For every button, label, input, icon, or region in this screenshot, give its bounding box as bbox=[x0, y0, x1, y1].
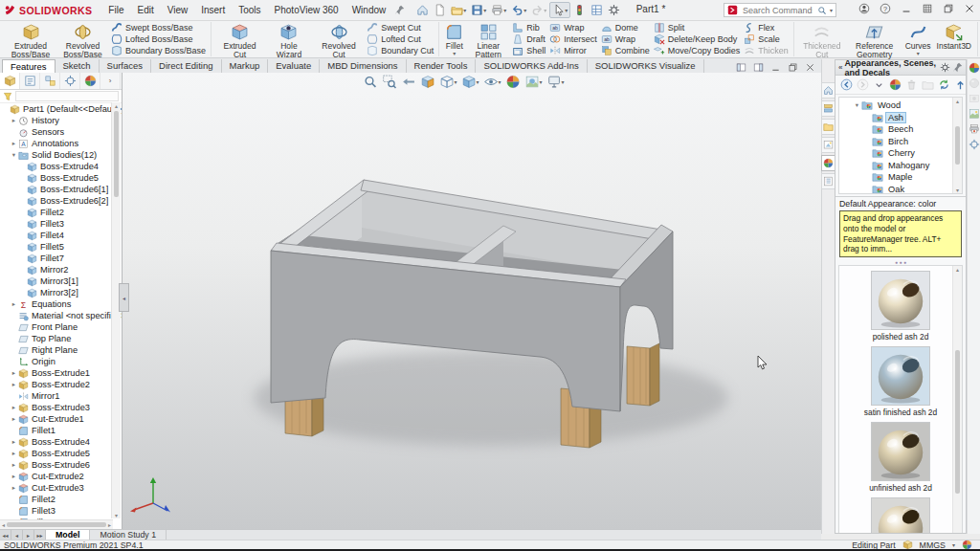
menu-tools[interactable]: Tools bbox=[232, 5, 267, 15]
linear-pattern-button[interactable]: Linear Pattern▾ bbox=[466, 22, 510, 56]
menu-insert[interactable]: Insert bbox=[194, 5, 232, 15]
tab-motion-study-1[interactable]: Motion Study 1 bbox=[90, 530, 167, 540]
tab-solidworks-add-ins[interactable]: SOLIDWORKS Add-Ins bbox=[476, 59, 587, 73]
tree-item-fillet4[interactable]: Fillet4 bbox=[0, 230, 122, 241]
tree-item-annotations[interactable]: ▸AAnnotations bbox=[0, 138, 122, 149]
doc-close-button[interactable] bbox=[805, 62, 815, 73]
tree-item-history[interactable]: ▸History bbox=[0, 115, 122, 126]
tree-item-cut-extrude2[interactable]: ▸Cut-Extrude2 bbox=[0, 471, 122, 482]
tree-item-fillet5[interactable]: Fillet5 bbox=[0, 241, 122, 253]
boundary-cut-button[interactable]: Boundary Cut bbox=[367, 45, 434, 56]
tree-item-fillet1[interactable]: Fillet1 bbox=[0, 425, 122, 436]
pane-left-icon[interactable] bbox=[736, 62, 746, 73]
extruded-boss-base-button[interactable]: Extruded Boss/Base bbox=[5, 22, 56, 56]
revolved-cut-button[interactable]: Revolved Cut bbox=[313, 22, 365, 56]
swept-cut-button[interactable]: Swept Cut bbox=[367, 22, 434, 33]
print-button[interactable]: ▾ bbox=[489, 3, 508, 17]
back-icon[interactable] bbox=[840, 78, 853, 91]
section-view-button[interactable] bbox=[421, 75, 435, 89]
tree-item-front-plane[interactable]: Front Plane bbox=[0, 321, 122, 333]
search-commands-input[interactable] bbox=[741, 5, 814, 16]
search-icon[interactable] bbox=[817, 6, 827, 15]
tab-scroll-2[interactable]: ▸ bbox=[23, 530, 34, 540]
tree-item-mirror3-2[interactable]: Mirror3[2] bbox=[0, 287, 122, 298]
intersect-button[interactable]: Intersect bbox=[549, 33, 597, 45]
tree-item-boss-extrude6[interactable]: ▸Boss-Extrude6 bbox=[0, 459, 122, 471]
edit-appearance-button[interactable] bbox=[506, 75, 521, 89]
tab-scroll-1[interactable]: ◂ bbox=[11, 530, 23, 540]
close-button[interactable] bbox=[964, 3, 975, 14]
tab-model[interactable]: Model bbox=[46, 530, 90, 540]
appearances-tab[interactable] bbox=[821, 155, 835, 171]
file-explorer-tab[interactable] bbox=[821, 119, 835, 135]
tree-item-fillet7[interactable]: Fillet7 bbox=[0, 253, 122, 264]
menu-edit[interactable]: Edit bbox=[130, 5, 160, 15]
tree-item-mirror2[interactable]: Mirror2 bbox=[0, 264, 122, 276]
tab-surfaces[interactable]: Surfaces bbox=[100, 59, 152, 73]
mirror-button[interactable]: Mirror bbox=[549, 45, 597, 56]
view-orientation-button[interactable]: ▾ bbox=[440, 75, 457, 89]
tab-evaluate[interactable]: Evaluate bbox=[268, 59, 320, 73]
tree-item-fillet3[interactable]: Fillet3 bbox=[0, 218, 122, 230]
tree-item-boss-extrude4[interactable]: ▸Boss-Extrude4 bbox=[0, 436, 122, 448]
reference-geometry-button[interactable]: Reference Geometry▾ bbox=[847, 22, 902, 56]
task-pane-gear-icon[interactable] bbox=[940, 62, 950, 73]
tree-item-equations[interactable]: ▸ΣEquations bbox=[0, 298, 122, 310]
tree-item-boss-extrude2[interactable]: ▸Boss-Extrude2 bbox=[0, 379, 122, 390]
rebuild-button[interactable] bbox=[571, 3, 588, 17]
menu-file[interactable]: File bbox=[101, 5, 130, 15]
thumbnails-scrollbar[interactable]: ▴▾ bbox=[952, 266, 962, 534]
dropdown-caret-icon[interactable] bbox=[873, 78, 885, 91]
new-document-button[interactable] bbox=[432, 3, 448, 17]
refresh-icon[interactable] bbox=[938, 78, 950, 91]
appearance-thumbnail-satin-finished-ash-2d[interactable]: satin finished ash 2d bbox=[866, 346, 935, 417]
view-palette-tab[interactable] bbox=[821, 137, 835, 153]
up-level-icon[interactable] bbox=[954, 78, 967, 91]
extruded-cut-button[interactable]: Extruded Cut bbox=[214, 22, 265, 56]
appearances-filter-icon[interactable] bbox=[969, 62, 980, 74]
tree-item-boss-extrude4[interactable]: Boss-Extrude4 bbox=[0, 161, 122, 172]
custom-properties-tab[interactable] bbox=[821, 173, 835, 189]
curves-button[interactable]: Curves▾ bbox=[902, 22, 934, 56]
undo-button[interactable]: ▾ bbox=[509, 3, 528, 17]
units-label[interactable]: MMGS bbox=[920, 540, 946, 550]
tab-scroll-0[interactable]: ◂◂ bbox=[0, 530, 11, 540]
tree-item-cut-extrude3[interactable]: ▸Cut-Extrude3 bbox=[0, 482, 122, 494]
search-dropdown-caret-icon[interactable]: ▾ bbox=[830, 8, 833, 13]
lofted-boss-base-button[interactable]: Lofted Boss/Base bbox=[111, 33, 206, 45]
tab-features[interactable]: Features bbox=[2, 59, 56, 73]
units-caret-icon[interactable]: ▾ bbox=[952, 542, 955, 548]
open-button[interactable]: ▾ bbox=[449, 3, 468, 17]
tab-scroll-3[interactable]: ▸▸ bbox=[34, 530, 46, 540]
tree-item-mirror1[interactable]: Mirror1 bbox=[0, 390, 122, 402]
lofted-cut-button[interactable]: Lofted Cut bbox=[367, 33, 434, 45]
tree-item-mirror3-1[interactable]: Mirror3[1] bbox=[0, 276, 122, 287]
rib-button[interactable]: Rib bbox=[512, 22, 546, 33]
swept-boss-base-button[interactable]: Swept Boss/Base bbox=[111, 22, 206, 33]
appearance-thumbnail-unfinished-ash-2d[interactable]: unfinished ash 2d bbox=[866, 422, 935, 493]
search-commands-box[interactable]: ▾ bbox=[724, 3, 836, 17]
tree-item-origin[interactable]: Origin bbox=[0, 356, 122, 367]
lights-icon[interactable] bbox=[969, 139, 980, 150]
task-pane-pin-icon[interactable] bbox=[952, 62, 963, 73]
appearance-folder-oak[interactable]: Oak bbox=[839, 184, 962, 195]
tree-item-boss-extrude5[interactable]: ▸Boss-Extrude5 bbox=[0, 448, 122, 459]
move-copy-bodies-button[interactable]: Move/Copy Bodies bbox=[654, 45, 741, 56]
save-button[interactable]: ▾ bbox=[469, 3, 488, 17]
tab-direct-editing[interactable]: Direct Editing bbox=[151, 59, 222, 73]
appearance-thumbnail-polished-ash-2d[interactable]: polished ash 2d bbox=[866, 271, 935, 342]
decal-icon[interactable] bbox=[969, 123, 980, 135]
pin-menu-icon[interactable] bbox=[394, 5, 405, 15]
configurationmanager-tab[interactable] bbox=[40, 73, 60, 89]
model-3d[interactable] bbox=[122, 73, 821, 529]
displaymanager-tab[interactable] bbox=[80, 73, 100, 89]
revolved-boss-base-button[interactable]: Revolved Boss/Base bbox=[56, 22, 109, 56]
previous-view-button[interactable] bbox=[402, 75, 416, 89]
instant3d-button[interactable]: Instant3D bbox=[934, 22, 974, 56]
appearance-folder-wood[interactable]: ▾Wood bbox=[839, 99, 962, 112]
tab-markup[interactable]: Markup bbox=[222, 59, 269, 73]
appearance-thumbnail-polished-ash-endgrain[interactable]: polished ash endgrain bbox=[866, 497, 935, 534]
featuremanager-filter[interactable] bbox=[0, 90, 122, 103]
appearance-folder-ash[interactable]: Ash bbox=[839, 112, 962, 124]
appearance-tree-scrollbar[interactable]: ▴▾ bbox=[952, 98, 962, 193]
